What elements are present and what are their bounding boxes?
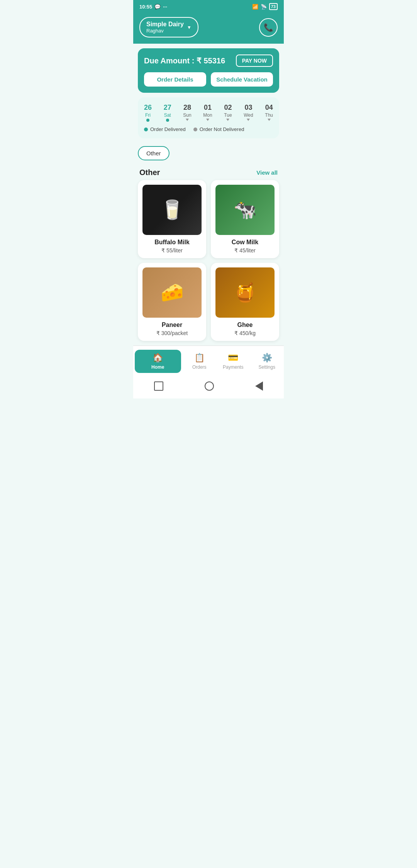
product-price: ₹ 55/liter (161, 247, 183, 254)
due-amount-card: Due Amount : ₹ 55316 PAY NOW Order Detai… (138, 48, 279, 93)
nav-item-orders[interactable]: 📋Orders (183, 353, 217, 370)
date-day: Sun (183, 112, 191, 118)
date-number: 26 (144, 104, 152, 112)
date-item-26[interactable]: 26Fri (144, 104, 152, 122)
home-nav-icon: 🏠 (153, 353, 163, 363)
bottom-navigation: 🏠Home📋Orders💳Payments⚙️Settings (133, 345, 284, 377)
store-name: Simple Dairy (146, 21, 184, 28)
product-price: ₹ 450/kg (234, 330, 256, 336)
nav-item-home[interactable]: 🏠Home (135, 350, 181, 373)
product-card-cow-milk[interactable]: 🐄Cow Milk₹ 45/liter (211, 180, 279, 258)
nav-item-payments[interactable]: 💳Payments (216, 353, 250, 370)
other-section-title: Other (139, 168, 160, 177)
not-delivered-dot (193, 128, 197, 131)
other-filter-button[interactable]: Other (138, 146, 170, 160)
legend-row: Order Delivered Order Not Delivered (144, 126, 273, 132)
date-day: Tue (224, 112, 232, 118)
product-name: Paneer (162, 322, 182, 328)
date-day: Thu (265, 112, 273, 118)
status-right: 📶 📡 73 (252, 3, 278, 10)
date-item-28[interactable]: 28Sun (183, 104, 191, 121)
date-item-02[interactable]: 02Tue (224, 104, 232, 121)
orders-nav-icon: 📋 (194, 353, 205, 363)
product-name: Ghee (237, 322, 253, 328)
date-indicator (206, 119, 209, 121)
date-number: 04 (265, 104, 273, 112)
status-bar: 10:55 💬 ··· 📶 📡 73 (133, 0, 284, 13)
wifi-icon: 📡 (261, 4, 267, 10)
view-all-link[interactable]: View all (256, 169, 278, 176)
store-username: Raghav (146, 28, 184, 34)
payments-nav-label: Payments (223, 364, 243, 370)
delivered-label: Order Delivered (150, 126, 186, 132)
orders-nav-label: Orders (192, 364, 207, 370)
date-item-03[interactable]: 03Wed (244, 104, 253, 121)
date-indicator (186, 119, 189, 121)
signal-icon: 📶 (252, 4, 258, 10)
not-delivered-label: Order Not Delivered (200, 126, 244, 132)
date-number: 01 (204, 104, 212, 112)
product-price: ₹ 300/packet (156, 330, 188, 336)
store-info: Simple Dairy Raghav (146, 21, 184, 34)
due-row: Due Amount : ₹ 55316 PAY NOW (144, 54, 273, 67)
phone-button[interactable]: 📞 (259, 18, 278, 37)
settings-nav-label: Settings (259, 364, 275, 370)
product-price: ₹ 45/liter (234, 247, 256, 254)
date-item-01[interactable]: 01Mon (203, 104, 212, 121)
product-image: 🐄 (215, 185, 275, 235)
product-image: 🍯 (215, 267, 275, 318)
product-card-paneer[interactable]: 🧀Paneer₹ 300/packet (138, 263, 206, 341)
pay-now-button[interactable]: PAY NOW (236, 54, 273, 67)
date-indicator (226, 119, 229, 121)
date-indicator (268, 119, 271, 121)
date-number: 27 (164, 104, 171, 112)
home-nav-label: Home (151, 364, 164, 370)
payments-nav-icon: 💳 (228, 353, 238, 363)
schedule-vacation-button[interactable]: Schedule Vacation (211, 72, 273, 87)
date-number: 28 (183, 104, 191, 112)
product-image: 🧀 (142, 267, 202, 318)
product-card-buffalo-milk[interactable]: 🥛Buffalo Milk₹ 55/liter (138, 180, 206, 258)
square-button[interactable] (154, 381, 163, 391)
due-amount-text: Due Amount : ₹ 55316 (144, 56, 225, 65)
other-section-header: Other View all (133, 163, 284, 180)
delivered-dot (144, 128, 148, 131)
order-details-button[interactable]: Order Details (144, 72, 206, 87)
calendar-strip: 26Fri27Sat28Sun01Mon02Tue03Wed04Thu Orde… (138, 97, 279, 138)
phone-icon: 📞 (264, 23, 273, 32)
product-card-ghee[interactable]: 🍯Ghee₹ 450/kg (211, 263, 279, 341)
filter-section: Other (133, 143, 284, 163)
delivered-legend: Order Delivered (144, 126, 186, 132)
dots-icon: ··· (163, 4, 167, 10)
date-item-27[interactable]: 27Sat (164, 104, 171, 122)
date-row: 26Fri27Sat28Sun01Mon02Tue03Wed04Thu (144, 104, 273, 122)
product-name: Cow Milk (232, 239, 258, 246)
settings-nav-icon: ⚙️ (262, 353, 272, 363)
not-delivered-legend: Order Not Delivered (193, 126, 244, 132)
status-left: 10:55 💬 ··· (139, 4, 167, 10)
time-display: 10:55 (139, 4, 152, 10)
product-name: Buffalo Milk (154, 239, 190, 246)
product-image: 🥛 (142, 185, 202, 235)
card-buttons: Order Details Schedule Vacation (144, 72, 273, 87)
dropdown-arrow-icon: ▼ (187, 25, 192, 30)
store-selector[interactable]: Simple Dairy Raghav ▼ (139, 17, 198, 37)
date-day: Mon (203, 112, 212, 118)
date-day: Fri (145, 112, 151, 118)
date-day: Wed (244, 112, 253, 118)
date-indicator (247, 119, 250, 121)
date-number: 03 (244, 104, 252, 112)
product-grid: 🥛Buffalo Milk₹ 55/liter🐄Cow Milk₹ 45/lit… (133, 180, 284, 345)
message-icon: 💬 (154, 4, 161, 10)
header: Simple Dairy Raghav ▼ 📞 (133, 13, 284, 44)
date-indicator (166, 119, 169, 122)
nav-item-settings[interactable]: ⚙️Settings (250, 353, 284, 370)
system-navigation (133, 377, 284, 398)
date-indicator (146, 119, 149, 122)
circle-button[interactable] (205, 381, 214, 391)
back-button[interactable] (255, 381, 263, 391)
date-item-04[interactable]: 04Thu (265, 104, 273, 121)
date-day: Sat (164, 112, 171, 118)
battery-icon: 73 (269, 3, 278, 10)
date-number: 02 (224, 104, 232, 112)
